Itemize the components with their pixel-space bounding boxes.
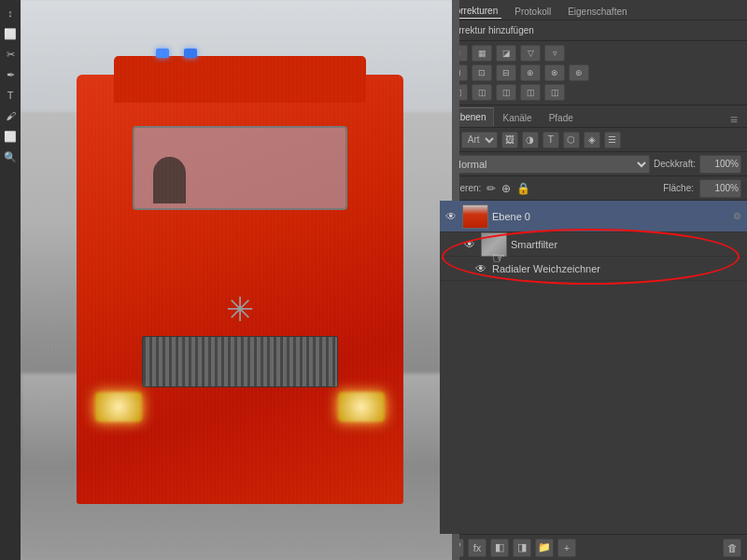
- opacity-input[interactable]: [699, 155, 741, 174]
- adj-channelmixer[interactable]: ⊗: [544, 64, 565, 81]
- tool-lasso[interactable]: ✂: [1, 45, 20, 63]
- grille: [142, 336, 338, 387]
- adj-row-2: ⊞ ⊡ ⊟ ⊕ ⊗ ⊛: [447, 64, 740, 81]
- blend-mode-dropdown[interactable]: Normal: [445, 155, 650, 174]
- adj-curves[interactable]: ◪: [496, 45, 516, 62]
- radialer-row[interactable]: 👁 Radialer Weichzeichner: [440, 257, 747, 281]
- adj-row-1: ☀ ▦ ◪ ▽ ▿: [447, 45, 740, 62]
- adj-photofilter[interactable]: ⊕: [520, 64, 541, 81]
- tool-select[interactable]: ⬜: [1, 24, 20, 43]
- layer-panel-tabs: Ebenen Kanäle Pfade ≡: [440, 105, 747, 128]
- headlight-right: [338, 392, 385, 422]
- tool-move[interactable]: ↕: [1, 4, 20, 22]
- top-tabs: Korrekturen Protokoll Eigenschaften: [440, 0, 747, 21]
- adjustment-icons: ☀ ▦ ◪ ▽ ▿ ⊞ ⊡ ⊟ ⊕ ⊗ ⊛ ◫ ◫ ◫ ◫ ◫: [440, 41, 747, 105]
- tab-pfade[interactable]: Pfade: [541, 108, 582, 127]
- radialer-name: Radialer Weichzeichner: [492, 263, 743, 274]
- adj-colorlookup[interactable]: ⊛: [569, 64, 589, 81]
- add-mask-btn[interactable]: ◧: [490, 539, 509, 557]
- blue-lights: [156, 49, 197, 58]
- add-adjustment-btn[interactable]: ◨: [513, 539, 531, 557]
- delete-layer-btn[interactable]: 🗑: [723, 539, 741, 557]
- tool-pen[interactable]: ✒: [1, 65, 20, 84]
- smartfilter-thumb: [481, 232, 507, 257]
- fix-lock-icon[interactable]: 🔒: [516, 182, 530, 195]
- layer-controls: Art Art 🖼 ◑ T ⬡ ◈ ☰: [440, 128, 747, 152]
- filter-adjust-btn[interactable]: ◑: [522, 132, 539, 148]
- adj-bw[interactable]: ⊟: [496, 64, 516, 81]
- tool-type[interactable]: T: [1, 86, 20, 105]
- adj-selectivecolor[interactable]: ◫: [544, 84, 565, 101]
- filter-smart-btn[interactable]: ◈: [584, 132, 600, 148]
- fixieren-row: Fixieren: ✏ ⊕ 🔒 Fläche:: [440, 176, 747, 201]
- smartfilter-label-row[interactable]: 👁 Smartfilter: [440, 232, 747, 257]
- panel-collapse-btn[interactable]: ≡: [726, 112, 741, 127]
- add-layer-btn[interactable]: +: [557, 539, 576, 557]
- canvas-image: ✳: [21, 0, 459, 560]
- tab-eigenschaften[interactable]: Eigenschaften: [564, 5, 630, 19]
- opacity-label: Deckkraft:: [654, 159, 696, 169]
- adj-gradientmap[interactable]: ◫: [520, 84, 541, 101]
- left-toolbar: ↕ ⬜ ✂ ✒ T 🖌 ⬜ 🔍: [0, 0, 21, 560]
- eye-icon-radialer[interactable]: 👁: [473, 261, 488, 276]
- layer-toolbar: 🔗 fx ◧ ◨ 📁 + 🗑: [440, 534, 747, 560]
- tool-zoom[interactable]: 🔍: [1, 147, 20, 166]
- flaeche-input[interactable]: [699, 179, 741, 198]
- layer-options-ebene0[interactable]: ⚙: [730, 210, 743, 223]
- layer-thumb-ebene0: [462, 204, 488, 229]
- add-style-btn[interactable]: fx: [468, 539, 486, 557]
- adj-vibrance[interactable]: ▿: [544, 45, 565, 62]
- filter-shape-btn[interactable]: ⬡: [563, 132, 580, 148]
- blend-opacity-row: Normal Deckkraft:: [440, 152, 747, 176]
- blue-light-right: [184, 49, 197, 58]
- smartfilter-name: Smartfilter: [511, 239, 743, 250]
- driver-silhouette: [153, 157, 186, 203]
- headlight-left: [95, 392, 142, 422]
- adj-threshold[interactable]: ◫: [496, 84, 516, 101]
- filter-extra-btn[interactable]: ☰: [604, 132, 621, 148]
- layer-name-ebene0: Ebene 0: [492, 211, 726, 222]
- tab-protokoll[interactable]: Protokoll: [511, 5, 555, 19]
- kind-dropdown[interactable]: Art: [461, 132, 498, 148]
- flaeche-label: Fläche:: [663, 183, 694, 193]
- adj-exposure[interactable]: ▽: [520, 45, 541, 62]
- blue-light-left: [156, 49, 169, 58]
- tool-brush[interactable]: 🖌: [1, 106, 20, 125]
- korrekturen-title: Korrektur hinzufügen: [447, 25, 534, 35]
- adj-posterize[interactable]: ◫: [472, 84, 492, 101]
- right-panel: Korrekturen Protokoll Eigenschaften Korr…: [439, 0, 747, 560]
- canvas-area: ↕ ⬜ ✂ ✒ T 🖌 ⬜ 🔍 ✳: [0, 0, 439, 560]
- layer-list: 👁 Ebene 0 ⚙ 👁 Smartfilter 👁 Radialer Wei…: [440, 201, 747, 534]
- filter-pixel-btn[interactable]: 🖼: [501, 132, 518, 148]
- adj-colorbalance[interactable]: ⊡: [472, 64, 492, 81]
- adj-levels[interactable]: ▦: [472, 45, 492, 62]
- eye-icon-smartfilter[interactable]: 👁: [462, 237, 477, 252]
- layer-row-ebene0[interactable]: 👁 Ebene 0 ⚙: [440, 201, 747, 232]
- mercedes-star: ✳: [219, 289, 261, 330]
- fix-draw-icon[interactable]: ✏: [486, 182, 496, 195]
- eye-icon-ebene0[interactable]: 👁: [444, 209, 458, 224]
- korrekturen-header: Korrektur hinzufügen: [440, 21, 747, 41]
- filter-type-btn[interactable]: T: [543, 132, 559, 148]
- adj-row-3: ◫ ◫ ◫ ◫ ◫: [447, 84, 740, 101]
- fix-move-icon[interactable]: ⊕: [501, 182, 511, 195]
- windshield: [133, 126, 347, 210]
- truck-cab: [114, 56, 366, 103]
- thumb-truck-bg: [463, 205, 487, 228]
- tool-eraser[interactable]: ⬜: [1, 127, 20, 146]
- add-group-btn[interactable]: 📁: [535, 539, 554, 557]
- tab-kanaele[interactable]: Kanäle: [494, 108, 540, 127]
